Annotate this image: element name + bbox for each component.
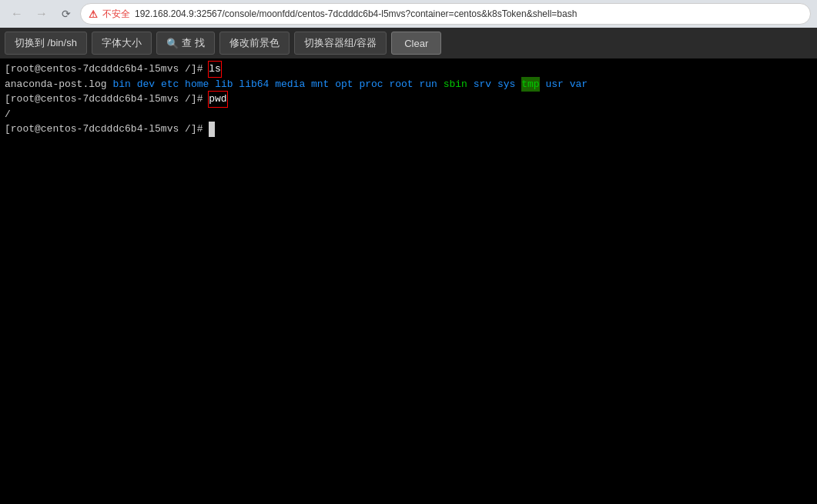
- ls-item: proc: [359, 77, 383, 92]
- ls-item: [564, 77, 570, 92]
- ls-item: [155, 77, 161, 92]
- ls-item: [305, 77, 311, 92]
- pwd-output-line: /: [5, 107, 812, 122]
- terminal-line-2: [root@centos-7dcdddc6b4-l5mvs /]# pwd: [5, 92, 812, 107]
- cmd-ls: ls: [209, 62, 221, 77]
- ls-item: media: [275, 77, 305, 92]
- search-button[interactable]: 🔍 查 找: [156, 32, 215, 55]
- cmd-pwd: pwd: [209, 92, 226, 107]
- ls-item: [515, 77, 521, 92]
- ls-item: lib64: [239, 77, 269, 92]
- ls-item: dev: [137, 77, 155, 92]
- ls-item: bin: [112, 77, 130, 92]
- terminal-output[interactable]: [root@centos-7dcdddc6b4-l5mvs /]# ls ana…: [0, 58, 817, 504]
- ls-item: [383, 77, 390, 92]
- terminal-line-1: [root@centos-7dcdddc6b4-l5mvs /]# ls: [5, 62, 812, 77]
- switch-container-button[interactable]: 切换容器组/容器: [294, 32, 387, 55]
- ls-item: home: [185, 77, 209, 92]
- ls-item: anaconda-post.log: [5, 77, 107, 92]
- terminal-line-3: [root@centos-7dcdddc6b4-l5mvs /]#: [5, 122, 812, 137]
- ls-item: mnt: [311, 77, 329, 92]
- ls-item: [414, 77, 420, 92]
- back-button[interactable]: ←: [6, 3, 28, 25]
- url-text: 192.168.204.9:32567/console/moonfdd/cent…: [135, 8, 577, 19]
- ls-item: [329, 77, 335, 92]
- ls-item: run: [420, 77, 437, 92]
- ls-item: [437, 77, 444, 92]
- ls-item: [179, 77, 185, 92]
- ls-item: [540, 77, 546, 92]
- address-bar[interactable]: ⚠ 不安全 192.168.204.9:32567/console/moonfd…: [80, 3, 811, 25]
- ls-item: [209, 77, 215, 92]
- prompt-1: [root@centos-7dcdddc6b4-l5mvs /]#: [5, 62, 209, 77]
- ls-item: opt: [335, 77, 353, 92]
- ls-item: tmp: [521, 77, 539, 92]
- ls-item: lib: [215, 77, 233, 92]
- font-size-button[interactable]: 字体大小: [92, 32, 152, 55]
- switch-sh-button[interactable]: 切换到 /bin/sh: [5, 32, 87, 55]
- ls-item: [467, 77, 474, 92]
- terminal-cursor: [209, 122, 215, 137]
- prompt-3: [root@centos-7dcdddc6b4-l5mvs /]#: [5, 122, 209, 137]
- ls-item: usr: [545, 77, 563, 92]
- prompt-2: [root@centos-7dcdddc6b4-l5mvs /]#: [5, 92, 209, 107]
- forward-button[interactable]: →: [31, 3, 52, 25]
- clear-button[interactable]: Clear: [391, 32, 441, 55]
- search-icon: 🔍: [166, 38, 179, 49]
- ls-output: anaconda-post.log bin dev etc home lib l…: [5, 77, 812, 92]
- ls-item: sys: [497, 77, 515, 92]
- ls-item: etc: [161, 77, 179, 92]
- modify-bg-button[interactable]: 修改前景色: [219, 32, 290, 55]
- ls-item: [107, 77, 113, 92]
- ls-item: srv: [474, 77, 491, 92]
- ls-item: [491, 77, 497, 92]
- terminal-toolbar: 切换到 /bin/sh 字体大小 🔍 查 找 修改前景色 切换容器组/容器 Cl…: [0, 28, 817, 58]
- ls-item: [233, 77, 239, 92]
- pwd-result: /: [5, 107, 11, 122]
- ls-item: sbin: [444, 77, 467, 92]
- ls-item: [353, 77, 360, 92]
- ls-item: [269, 77, 275, 92]
- insecure-label: 不安全: [102, 8, 130, 21]
- reload-button[interactable]: ⟳: [55, 3, 77, 25]
- ls-item: [131, 77, 137, 92]
- ls-item: root: [389, 77, 413, 92]
- ls-item: var: [570, 77, 588, 92]
- security-warning-icon: ⚠: [89, 8, 98, 20]
